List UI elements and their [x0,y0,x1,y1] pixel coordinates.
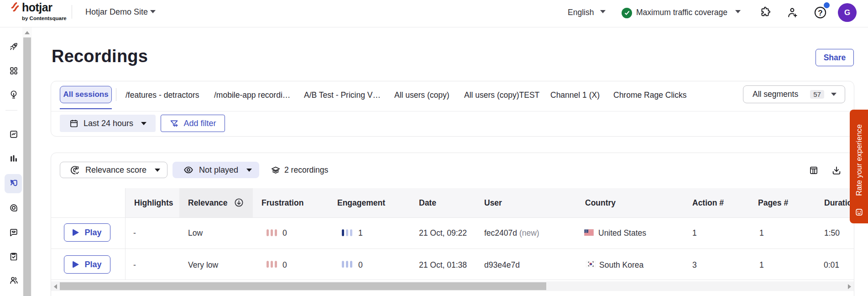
svg-text:?: ? [818,9,822,17]
